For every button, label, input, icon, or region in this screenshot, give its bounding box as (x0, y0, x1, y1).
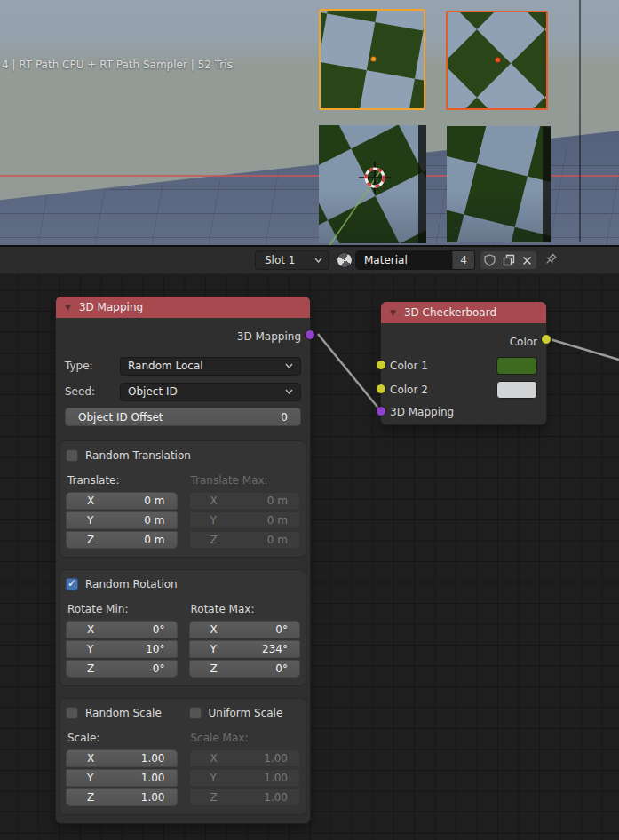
axis-label: Z (87, 791, 141, 804)
color1-swatch[interactable] (496, 357, 537, 375)
slider-value: 0° (153, 662, 165, 675)
material-user-count-button[interactable]: 4 (452, 251, 474, 269)
material-slot-dropdown[interactable]: Slot 1 (255, 250, 329, 270)
translate-y-slider[interactable]: Y0 m (66, 511, 178, 529)
node-editor-canvas[interactable]: ▼ 3D Mapping 3D Mapping Type: Random Loc… (0, 274, 619, 840)
chevron-down-icon (285, 363, 293, 368)
color1-input-socket[interactable] (376, 360, 386, 370)
viewport-gizmos (0, 0, 619, 247)
chevron-down-icon (285, 389, 293, 394)
rotate-min-sliders: X0° Y10° Z0° (66, 621, 178, 678)
slider-value: 1.00 (141, 791, 165, 804)
mapping-node-header[interactable]: ▼ 3D Mapping (56, 297, 310, 318)
viewport-3d[interactable]: 4 | RT Path CPU + RT Path Sampler | 52 T… (0, 0, 619, 247)
random-scale-checkbox[interactable] (66, 707, 78, 719)
color2-swatch[interactable] (496, 381, 537, 399)
color-output-socket[interactable] (541, 334, 552, 345)
translation-panel: Random Translation Translate: Translate … (60, 440, 306, 558)
seed-dropdown[interactable]: Object ID (120, 383, 301, 401)
rotate-min-x-slider[interactable]: X0° (66, 621, 178, 638)
collapse-triangle-icon[interactable]: ▼ (390, 308, 396, 317)
material-preview-icon[interactable] (334, 250, 356, 272)
rotate-max-z-slider[interactable]: Z0° (189, 660, 301, 678)
unlink-material-button[interactable] (518, 250, 536, 270)
axis-label: X (87, 623, 153, 636)
checkbox-label: Random Scale (85, 707, 162, 719)
scale-panel: Random Scale Uniform Scale Scale: Scale … (60, 698, 306, 815)
scale-sliders: X1.00 Y1.00 Z1.00 (66, 749, 178, 806)
pin-icon (543, 252, 558, 267)
type-dropdown[interactable]: Random Local (120, 357, 301, 376)
viewport-stats-text: 4 | RT Path CPU + RT Path Sampler | 52 T… (2, 59, 233, 71)
slider-value: 1.00 (264, 772, 288, 784)
scale-max-header: Scale Max: (189, 732, 301, 745)
uniform-scale-checkbox[interactable] (189, 707, 202, 719)
scale-max-sliders: X1.00 Y1.00 Z1.00 (189, 749, 301, 806)
random-rotation-checkbox[interactable] (66, 578, 78, 590)
chevron-down-icon (314, 258, 322, 263)
slider-value: 1.00 (141, 752, 165, 765)
slider-value: 10° (146, 643, 164, 655)
checkbox-label: Random Translation (85, 449, 191, 462)
axis-label: X (87, 495, 144, 507)
slider-value: 0 m (144, 534, 164, 546)
new-material-button[interactable] (499, 250, 518, 270)
link-color-output (547, 338, 619, 360)
scale-y-slider[interactable]: Y1.00 (66, 769, 178, 787)
type-label: Type: (65, 360, 120, 372)
slider-value: 0° (275, 662, 288, 675)
rotate-min-z-slider[interactable]: Z0° (66, 660, 178, 678)
slider-value: 1.00 (264, 791, 288, 804)
slider-value: 0 m (144, 514, 164, 527)
axis-label: Z (210, 791, 265, 804)
slider-value: 0 m (267, 514, 288, 527)
scale-x-slider[interactable]: X1.00 (66, 749, 178, 767)
rotate-max-y-slider[interactable]: Y234° (189, 640, 301, 658)
input-socket-label: 3D Mapping (390, 406, 454, 418)
object-id-offset-slider[interactable]: Object ID Offset 0 (65, 408, 301, 426)
node-3d-checkerboard[interactable]: ▼ 3D Checkerboard Color Color 1 Color 2 … (380, 301, 547, 425)
scale-max-x-slider[interactable]: X1.00 (189, 749, 301, 767)
axis-label: X (87, 752, 141, 765)
slider-value: 0 m (267, 495, 288, 507)
slider-value: 0 m (144, 495, 164, 507)
axis-label: Y (87, 514, 144, 527)
close-icon (522, 256, 532, 265)
axis-label: X (210, 752, 265, 765)
node-3d-mapping[interactable]: ▼ 3D Mapping 3D Mapping Type: Random Loc… (55, 296, 311, 824)
checkerboard-node-header[interactable]: ▼ 3D Checkerboard (381, 302, 546, 323)
mapping-input-socket[interactable] (376, 406, 386, 416)
collapse-triangle-icon[interactable]: ▼ (65, 303, 71, 312)
material-name-field[interactable]: Material (356, 251, 452, 269)
shield-icon (484, 254, 496, 266)
fake-user-shield-button[interactable] (480, 250, 499, 270)
axis-label: Z (210, 534, 267, 546)
translate-max-y-slider[interactable]: Y0 m (189, 511, 301, 529)
output-socket-label: 3D Mapping (237, 330, 301, 343)
input-socket-label: Color 2 (390, 384, 428, 396)
cursor-3d (359, 162, 391, 194)
y-axis-line (329, 171, 380, 247)
material-name-widget: Material 4 (355, 250, 475, 270)
pin-button[interactable] (543, 252, 558, 267)
axis-label: Y (210, 772, 265, 784)
axis-label: X (210, 623, 276, 636)
color2-input-socket[interactable] (376, 384, 386, 394)
slot-label: Slot 1 (265, 254, 314, 266)
translate-x-slider[interactable]: X0 m (66, 492, 178, 510)
scale-max-z-slider[interactable]: Z1.00 (189, 788, 301, 806)
random-translation-checkbox[interactable] (66, 449, 78, 462)
scale-max-y-slider[interactable]: Y1.00 (189, 769, 301, 787)
axis-label: Z (87, 662, 153, 675)
scale-z-slider[interactable]: Z1.00 (66, 788, 178, 806)
rotate-max-x-slider[interactable]: X0° (189, 621, 301, 638)
checkbox-label: Random Rotation (85, 578, 178, 590)
translate-min-sliders: X0 m Y0 m Z0 m (66, 492, 178, 549)
mapping-output-socket[interactable] (305, 329, 315, 340)
translate-max-x-slider[interactable]: X0 m (189, 492, 301, 510)
translate-z-slider[interactable]: Z0 m (66, 531, 178, 549)
duplicate-icon (503, 254, 515, 266)
translate-max-z-slider[interactable]: Z0 m (189, 531, 301, 549)
axis-label: X (210, 495, 267, 507)
rotate-min-y-slider[interactable]: Y10° (66, 640, 178, 658)
